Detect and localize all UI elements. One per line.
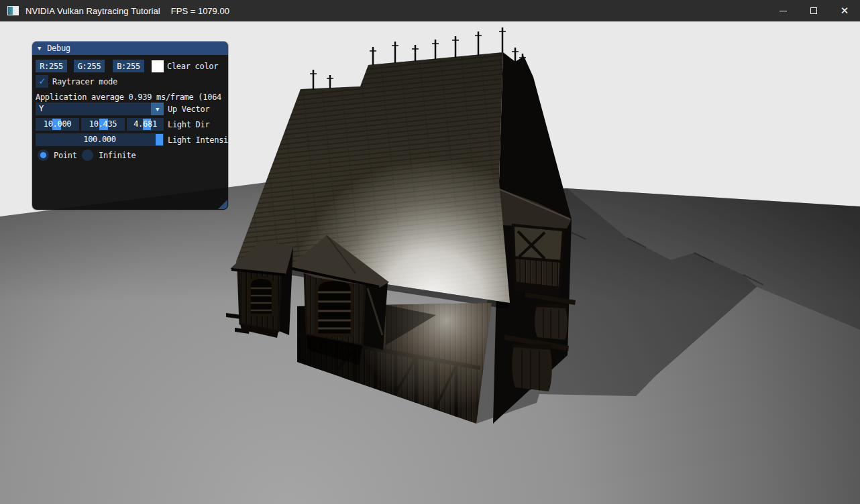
window-title: NVIDIA Vulkan Raytracing Tutorial	[25, 6, 160, 16]
close-button[interactable]: ✕	[829, 0, 860, 21]
clear-color-swatch[interactable]	[152, 60, 164, 72]
light-intensity-label: Light Intensity	[168, 135, 228, 145]
light-dir-y-slider[interactable]: 10.435	[81, 118, 125, 131]
light-dir-z-value: 4.681	[127, 119, 164, 129]
radio-point-label: Point	[54, 151, 77, 160]
light-dir-x-value: 10.000	[36, 119, 79, 129]
light-dir-label: Light Dir	[168, 120, 209, 129]
raytracer-mode-label: Raytracer mode	[52, 77, 117, 86]
light-dir-y-value: 10.435	[81, 119, 125, 129]
radio-point-light[interactable]	[38, 149, 49, 161]
minimize-button[interactable]	[767, 0, 798, 21]
radio-infinite-label: Infinite	[99, 151, 136, 160]
lantern-lower	[512, 347, 552, 391]
blue-value-button[interactable]: B:255	[113, 60, 144, 72]
frame-stats-text: Application average 0.939 ms/frame (1064	[36, 92, 221, 102]
checkmark-icon: ✓	[39, 75, 45, 87]
app-window: NVIDIA Vulkan Raytracing Tutorial FPS = …	[0, 0, 860, 504]
debug-panel: ▼ Debug R:255 G:255 B:255 Clear color ✓ …	[32, 42, 228, 210]
title-bar: NVIDIA Vulkan Raytracing Tutorial FPS = …	[0, 0, 860, 21]
minimize-icon	[780, 11, 787, 11]
maximize-button[interactable]	[798, 0, 829, 21]
red-value-button[interactable]: R:255	[36, 60, 67, 72]
radio-infinite-light[interactable]	[82, 149, 93, 161]
collapse-arrow-icon[interactable]: ▼	[38, 45, 41, 52]
up-vector-label: Up Vector	[168, 105, 209, 114]
close-icon: ✕	[841, 6, 849, 16]
raytracer-mode-checkbox[interactable]: ✓	[36, 75, 48, 88]
chevron-down-icon: ▼	[156, 106, 159, 113]
maximize-icon	[810, 7, 817, 14]
up-vector-value: Y	[39, 104, 44, 113]
green-value-button[interactable]: G:255	[74, 60, 105, 72]
dormer-right-window	[317, 279, 352, 335]
app-icon	[7, 6, 19, 15]
up-vector-combo[interactable]: Y ▼	[36, 103, 164, 115]
light-dir-x-slider[interactable]: 10.000	[36, 118, 79, 131]
clear-color-label: Clear color	[167, 62, 218, 71]
combo-dropdown-button[interactable]: ▼	[151, 103, 164, 115]
debug-panel-titlebar[interactable]: ▼ Debug	[32, 42, 228, 55]
panel-resize-grip[interactable]	[218, 200, 227, 209]
fps-counter: FPS = 1079.00	[171, 6, 229, 16]
light-intensity-slider[interactable]: 100.000	[36, 133, 164, 146]
light-dir-z-slider[interactable]: 4.681	[127, 118, 164, 131]
light-intensity-value: 100.000	[36, 135, 164, 144]
debug-panel-title: Debug	[47, 44, 70, 53]
